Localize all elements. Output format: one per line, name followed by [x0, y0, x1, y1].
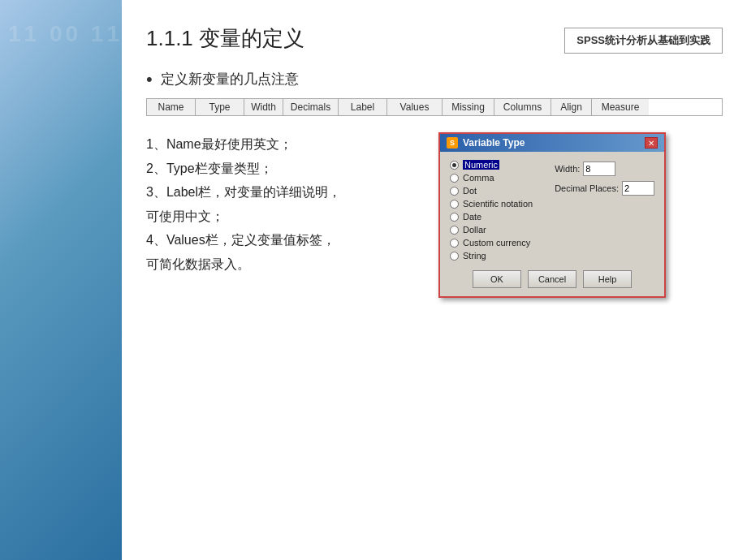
- dialog-body: Numeric Comma Dot Scientific not: [440, 152, 664, 267]
- radio-circle-dollar: [450, 226, 459, 235]
- col-label: Label: [339, 99, 387, 115]
- dialog-titlebar: S Variable Type ✕: [440, 134, 664, 152]
- ok-button[interactable]: OK: [473, 270, 521, 288]
- bullet-section: • 定义新变量的几点注意: [146, 70, 723, 88]
- col-measure: Measure: [592, 99, 649, 115]
- dialog-wrapper: S Variable Type ✕ Numeric: [438, 132, 723, 298]
- radio-circle-numeric: [450, 161, 459, 170]
- col-columns: Columns: [494, 99, 551, 115]
- radio-date[interactable]: Date: [450, 212, 548, 222]
- main-content: 1.1.1 变量的定义 SPSS统计分析从基础到实践 • 定义新变量的几点注意 …: [122, 0, 747, 560]
- background-decoration: [0, 0, 122, 560]
- note-line4: 可使用中文；: [146, 205, 422, 229]
- dialog-buttons: OK Cancel Help: [440, 267, 664, 296]
- col-name: Name: [147, 99, 196, 115]
- radio-comma[interactable]: Comma: [450, 173, 548, 183]
- dialog-app-icon: S: [447, 137, 458, 149]
- radio-label-custom: Custom currency: [463, 238, 530, 248]
- note-line1: 1、Name最好使用英文；: [146, 132, 422, 157]
- width-input[interactable]: [583, 162, 615, 176]
- radio-numeric[interactable]: Numeric: [450, 160, 548, 170]
- spss-table-header: Name Type Width Decimals Label Values Mi…: [146, 98, 723, 116]
- dialog-titlebar-left: S Variable Type: [447, 137, 525, 149]
- radio-label-string: String: [463, 251, 486, 261]
- radio-list: Numeric Comma Dot Scientific not: [450, 160, 548, 261]
- notes-text: 1、Name最好使用英文； 2、Type栏变量类型； 3、Label栏，对变量的…: [146, 132, 422, 277]
- bullet-text: • 定义新变量的几点注意: [146, 70, 723, 88]
- note-line5: 4、Values栏，定义变量值标签，: [146, 228, 422, 252]
- note-line6: 可简化数据录入。: [146, 252, 422, 277]
- radio-circle-dot: [450, 187, 459, 196]
- width-row: Width:: [555, 162, 654, 176]
- col-values: Values: [387, 99, 443, 115]
- note-line2: 2、Type栏变量类型；: [146, 157, 422, 181]
- decimal-label: Decimal Places:: [555, 183, 619, 193]
- header-row: 1.1.1 变量的定义 SPSS统计分析从基础到实践: [146, 24, 723, 54]
- radio-label-dot: Dot: [463, 186, 477, 196]
- radio-circle-custom: [450, 239, 459, 248]
- help-button[interactable]: Help: [583, 270, 632, 288]
- dialog-close-button[interactable]: ✕: [645, 137, 658, 149]
- note-line3: 3、Label栏，对变量的详细说明，: [146, 180, 422, 205]
- radio-circle-scientific: [450, 200, 459, 209]
- radio-custom[interactable]: Custom currency: [450, 238, 548, 248]
- col-align: Align: [551, 99, 592, 115]
- col-type: Type: [196, 99, 244, 115]
- decimal-input[interactable]: [622, 181, 654, 196]
- col-width: Width: [244, 99, 283, 115]
- width-label: Width:: [555, 164, 580, 174]
- col-missing: Missing: [443, 99, 494, 115]
- bullet-label: 定义新变量的几点注意: [161, 70, 299, 88]
- variable-type-dialog: S Variable Type ✕ Numeric: [438, 132, 666, 298]
- brand-badge: SPSS统计分析从基础到实践: [564, 28, 723, 54]
- radio-circle-date: [450, 213, 459, 222]
- radio-scientific[interactable]: Scientific notation: [450, 199, 548, 209]
- decimal-row: Decimal Places:: [555, 181, 654, 196]
- radio-circle-string: [450, 252, 459, 261]
- radio-label-date: Date: [463, 212, 481, 222]
- radio-dollar[interactable]: Dollar: [450, 225, 548, 235]
- radio-label-numeric: Numeric: [463, 160, 499, 170]
- radio-circle-comma: [450, 174, 459, 183]
- radio-label-scientific: Scientific notation: [463, 199, 533, 209]
- page-title: 1.1.1 变量的定义: [146, 24, 304, 53]
- radio-string[interactable]: String: [450, 251, 548, 261]
- col-decimals: Decimals: [283, 99, 339, 115]
- width-fields: Width: Decimal Places:: [555, 160, 654, 261]
- bottom-section: 1、Name最好使用英文； 2、Type栏变量类型； 3、Label栏，对变量的…: [146, 132, 723, 298]
- radio-label-dollar: Dollar: [463, 225, 486, 235]
- cancel-button[interactable]: Cancel: [528, 270, 576, 288]
- radio-dot[interactable]: Dot: [450, 186, 548, 196]
- dialog-title: Variable Type: [463, 137, 525, 149]
- radio-label-comma: Comma: [463, 173, 494, 183]
- bullet-dot: •: [146, 71, 153, 88]
